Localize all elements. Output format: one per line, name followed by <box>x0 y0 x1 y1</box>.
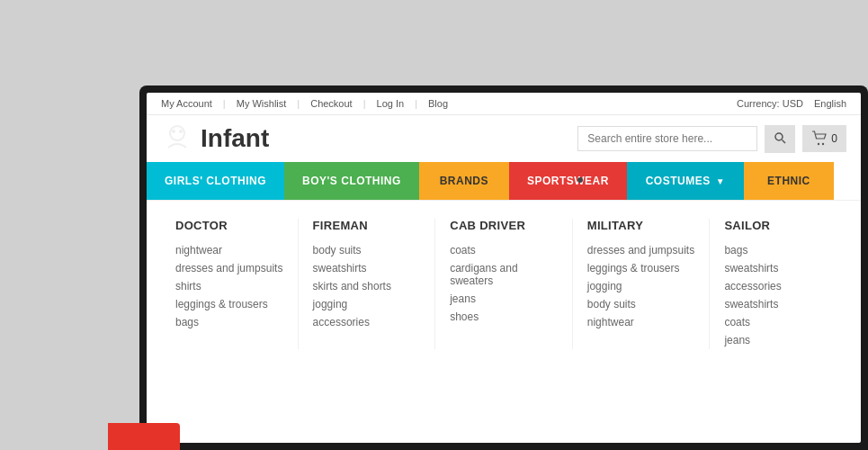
sailor-item-3[interactable]: sweatshirts <box>724 295 832 313</box>
divider-2: | <box>297 98 300 109</box>
search-button[interactable] <box>765 125 795 153</box>
logo-icon <box>161 122 193 155</box>
checkout-link[interactable]: Checkout <box>310 98 352 109</box>
dropdown-col-military: MILITARY dresses and jumpsuits leggings … <box>573 219 711 349</box>
nav-sportswear[interactable]: SPORTSWEAR <box>509 162 627 200</box>
fireman-item-1[interactable]: sweatshirts <box>313 259 421 277</box>
doctor-item-0[interactable]: nightwear <box>175 241 283 259</box>
sailor-item-1[interactable]: sweatshirts <box>724 259 832 277</box>
military-header: MILITARY <box>587 219 695 232</box>
login-link[interactable]: Log In <box>377 98 405 109</box>
svg-point-0 <box>170 126 184 140</box>
red-accent <box>108 423 180 450</box>
site-header: Infant <box>147 115 861 162</box>
dropdown-col-doctor: DOCTOR nightwear dresses and jumpsuits s… <box>161 219 299 349</box>
sailor-header: SAILOR <box>724 219 832 232</box>
sailor-item-4[interactable]: coats <box>724 313 832 331</box>
fireman-item-2[interactable]: skirts and shorts <box>313 277 421 295</box>
costumes-dropdown: DOCTOR nightwear dresses and jumpsuits s… <box>147 200 861 367</box>
military-item-0[interactable]: dresses and jumpsuits <box>587 241 695 259</box>
logo-text: Infant <box>201 124 269 153</box>
nav-brands[interactable]: BRANDS <box>419 162 509 200</box>
fireman-item-4[interactable]: accessories <box>313 313 421 331</box>
sailor-item-0[interactable]: bags <box>724 241 832 259</box>
doctor-item-1[interactable]: dresses and jumpsuits <box>175 259 283 277</box>
divider-4: | <box>415 98 417 109</box>
search-input[interactable] <box>577 126 757 151</box>
cab-driver-item-2[interactable]: jeans <box>450 290 558 308</box>
military-item-2[interactable]: jogging <box>587 277 695 295</box>
military-item-3[interactable]: body suits <box>587 295 695 313</box>
svg-point-6 <box>822 143 824 145</box>
divider-3: | <box>363 98 366 109</box>
top-bar-links: My Account | My Wishlist | Checkout | Lo… <box>161 98 448 109</box>
sailor-item-2[interactable]: accessories <box>724 277 832 295</box>
military-item-1[interactable]: leggings & trousers <box>587 259 695 277</box>
sailor-item-5[interactable]: jeans <box>724 331 832 349</box>
dropdown-col-cab-driver: CAB DRIVER coats cardigans and sweaters … <box>435 219 573 349</box>
currency-label[interactable]: Currency: USD <box>737 98 803 109</box>
cab-driver-item-1[interactable]: cardigans and sweaters <box>450 259 558 290</box>
fireman-item-0[interactable]: body suits <box>313 241 421 259</box>
doctor-header: DOCTOR <box>175 219 283 232</box>
search-icon <box>774 131 786 144</box>
cart-button[interactable]: 0 <box>802 125 846 152</box>
svg-line-4 <box>783 140 786 143</box>
site-wrapper: My Account | My Wishlist | Checkout | Lo… <box>147 93 861 367</box>
fireman-item-3[interactable]: jogging <box>313 295 421 313</box>
cab-driver-item-3[interactable]: shoes <box>450 308 558 326</box>
top-bar-right: Currency: USD English <box>737 98 846 109</box>
doctor-item-4[interactable]: bags <box>175 313 283 331</box>
military-item-4[interactable]: nightwear <box>587 313 695 331</box>
main-nav: GIRLS' CLOTHING BOY'S CLOTHING BRANDS SP… <box>147 162 861 200</box>
svg-point-5 <box>818 143 819 145</box>
nav-girls-clothing[interactable]: GIRLS' CLOTHING <box>147 162 284 200</box>
dropdown-col-fireman: FIREMAN body suits sweatshirts skirts an… <box>299 219 436 349</box>
search-area: 0 <box>577 125 846 153</box>
logo-area: Infant <box>161 122 269 155</box>
my-account-link[interactable]: My Account <box>161 98 212 109</box>
divider-1: | <box>223 98 226 109</box>
nav-ethnic[interactable]: ETHNIC <box>744 162 834 200</box>
doctor-item-3[interactable]: leggings & trousers <box>175 295 283 313</box>
cab-driver-header: CAB DRIVER <box>450 219 558 232</box>
top-bar: My Account | My Wishlist | Checkout | Lo… <box>147 93 861 115</box>
my-wishlist-link[interactable]: My Wishlist <box>237 98 287 109</box>
fireman-header: FIREMAN <box>313 219 421 232</box>
svg-point-2 <box>179 130 183 133</box>
blog-link[interactable]: Blog <box>428 98 448 109</box>
nav-costumes[interactable]: COSTUMES ▼ <box>627 162 744 200</box>
cab-driver-item-0[interactable]: coats <box>450 241 558 259</box>
cart-icon <box>811 130 828 147</box>
nav-boys-clothing[interactable]: BOY'S CLOTHING <box>284 162 419 200</box>
cart-count: 0 <box>831 132 837 145</box>
svg-point-1 <box>172 130 175 133</box>
dropdown-col-sailor: SAILOR bags sweatshirts accessories swea… <box>710 219 846 349</box>
doctor-item-2[interactable]: shirts <box>175 277 283 295</box>
costumes-dropdown-arrow: ▼ <box>716 176 725 186</box>
costumes-label: COSTUMES <box>646 175 711 187</box>
svg-point-3 <box>775 133 783 140</box>
language-label[interactable]: English <box>814 98 846 109</box>
